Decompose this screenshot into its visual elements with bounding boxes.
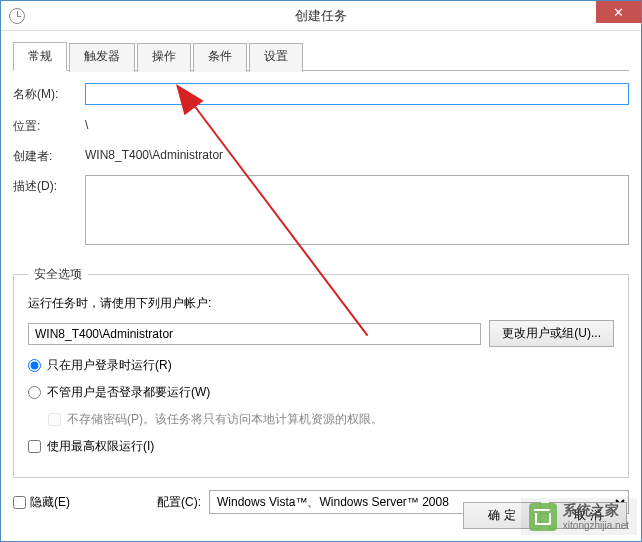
radio-logged-on-row[interactable]: 只在用户登录时运行(R) [28, 357, 614, 374]
name-label: 名称(M): [13, 83, 85, 103]
creator-row: 创建者: WIN8_T400\Administrator [13, 145, 629, 165]
security-options: 安全选项 运行任务时，请使用下列用户帐户: WIN8_T400\Administ… [13, 266, 629, 478]
creator-value: WIN8_T400\Administrator [85, 145, 629, 162]
location-value: \ [85, 115, 629, 132]
clock-icon [9, 8, 25, 24]
location-label: 位置: [13, 115, 85, 135]
highest-priv-check[interactable] [28, 440, 41, 453]
description-input[interactable] [85, 175, 629, 245]
security-legend: 安全选项 [28, 266, 88, 283]
change-user-button[interactable]: 更改用户或组(U)... [489, 320, 614, 347]
hidden-label: 隐藏(E) [30, 494, 70, 511]
close-button[interactable]: ✕ [596, 1, 641, 23]
no-store-pwd-label: 不存储密码(P)。该任务将只有访问本地计算机资源的权限。 [67, 411, 383, 428]
radio-any-label: 不管用户是否登录都要运行(W) [47, 384, 210, 401]
radio-any-row[interactable]: 不管用户是否登录都要运行(W) [28, 384, 614, 401]
watermark-url: xitongzhijia.net [563, 520, 629, 531]
highest-priv-row[interactable]: 使用最高权限运行(I) [28, 438, 614, 455]
tab-conditions[interactable]: 条件 [193, 43, 247, 72]
tab-bar: 常规 触发器 操作 条件 设置 [13, 41, 629, 71]
creator-label: 创建者: [13, 145, 85, 165]
hidden-check[interactable] [13, 496, 26, 509]
tab-actions[interactable]: 操作 [137, 43, 191, 72]
config-label: 配置(C): [141, 494, 201, 511]
no-store-pwd-row: 不存储密码(P)。该任务将只有访问本地计算机资源的权限。 [48, 411, 614, 428]
description-row: 描述(D): [13, 175, 629, 248]
run-as-label: 运行任务时，请使用下列用户帐户: [28, 295, 614, 312]
highest-priv-label: 使用最高权限运行(I) [47, 438, 154, 455]
close-icon: ✕ [613, 5, 624, 20]
tab-triggers[interactable]: 触发器 [69, 43, 135, 72]
radio-logged-on-label: 只在用户登录时运行(R) [47, 357, 172, 374]
radio-logged-on[interactable] [28, 359, 41, 372]
tab-settings[interactable]: 设置 [249, 43, 303, 72]
watermark: 系统之家 xitongzhijia.net [521, 498, 637, 535]
watermark-text: 系统之家 xitongzhijia.net [563, 502, 629, 531]
dialog-content: 常规 触发器 操作 条件 设置 名称(M): 位置: \ 创建者: WIN8_T… [1, 31, 641, 524]
window-title: 创建任务 [295, 7, 347, 25]
watermark-icon [529, 503, 557, 531]
description-label: 描述(D): [13, 175, 85, 195]
account-row: WIN8_T400\Administrator 更改用户或组(U)... [28, 320, 614, 347]
no-store-pwd-check [48, 413, 61, 426]
watermark-name: 系统之家 [563, 502, 629, 520]
hidden-row[interactable]: 隐藏(E) [13, 494, 133, 511]
name-input[interactable] [85, 83, 629, 105]
name-row: 名称(M): [13, 83, 629, 105]
titlebar: 创建任务 ✕ [1, 1, 641, 31]
radio-any[interactable] [28, 386, 41, 399]
account-display: WIN8_T400\Administrator [28, 323, 481, 345]
location-row: 位置: \ [13, 115, 629, 135]
tab-general[interactable]: 常规 [13, 42, 67, 71]
